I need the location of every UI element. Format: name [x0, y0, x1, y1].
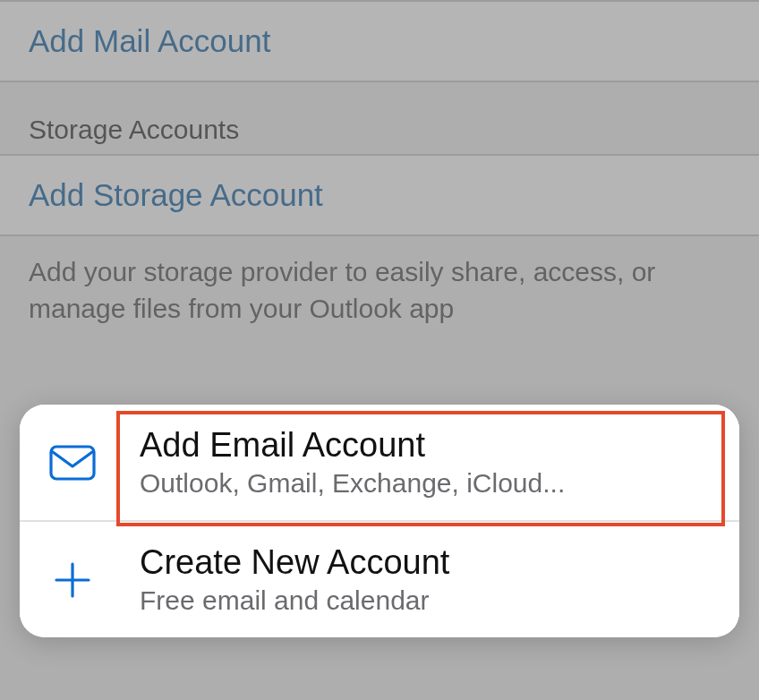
- add-storage-account-row[interactable]: Add Storage Account: [0, 156, 759, 235]
- add-email-account-subtitle: Outlook, Gmail, Exchange, iCloud...: [140, 468, 565, 499]
- add-storage-account-label: Add Storage Account: [29, 177, 323, 212]
- storage-accounts-footer-text: Add your storage provider to easily shar…: [29, 257, 655, 323]
- storage-accounts-footer: Add your storage provider to easily shar…: [0, 236, 759, 363]
- create-new-account-title: Create New Account: [140, 543, 449, 582]
- add-email-account-textwrap: Add Email Account Outlook, Gmail, Exchan…: [140, 426, 565, 499]
- storage-accounts-header: Storage Accounts: [0, 82, 759, 154]
- add-email-account-title: Add Email Account: [140, 426, 565, 465]
- add-account-action-sheet: Add Email Account Outlook, Gmail, Exchan…: [20, 405, 739, 637]
- add-mail-account-label: Add Mail Account: [29, 23, 270, 58]
- create-new-account-subtitle: Free email and calendar: [140, 585, 449, 616]
- create-new-account-option[interactable]: Create New Account Free email and calend…: [20, 520, 739, 637]
- storage-accounts-header-text: Storage Accounts: [29, 115, 239, 144]
- svg-rect-0: [51, 447, 94, 479]
- envelope-icon: [47, 445, 98, 481]
- plus-icon: [47, 560, 98, 600]
- create-new-account-textwrap: Create New Account Free email and calend…: [140, 543, 449, 616]
- add-mail-account-row[interactable]: Add Mail Account: [0, 2, 759, 81]
- add-email-account-option[interactable]: Add Email Account Outlook, Gmail, Exchan…: [20, 405, 739, 520]
